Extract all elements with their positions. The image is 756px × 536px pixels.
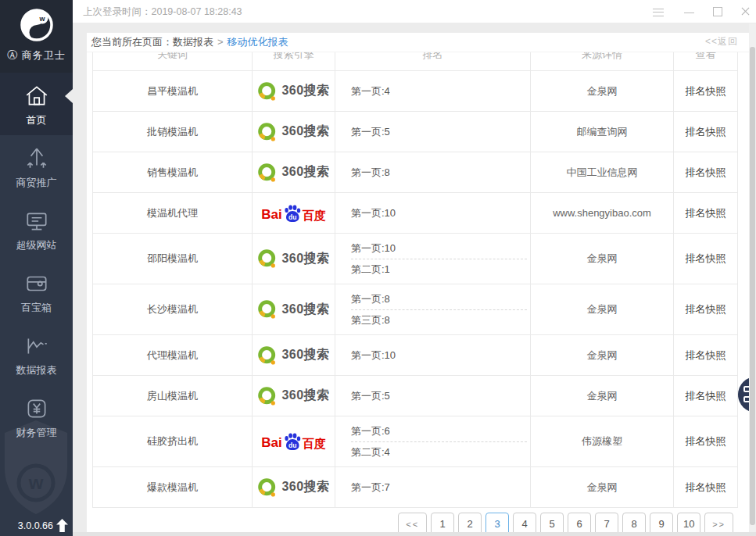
keyword-cell: 批销模温机 [93, 112, 253, 152]
keyword-cell: 长沙模温机 [93, 284, 253, 335]
engine-logo-360: 360搜索 [257, 345, 329, 366]
rank-cell: 第一页:5 [335, 376, 531, 416]
baidu-bai-text: Bai [261, 435, 281, 451]
promotion-arrows-icon [23, 145, 50, 172]
chart-report-icon [23, 333, 50, 359]
view-cell: 排名快照 [674, 152, 738, 193]
table-row: 爆款模温机360搜索第一页:7金泉网排名快照 [93, 467, 738, 508]
vertical-scrollbar [749, 23, 756, 536]
svg-text:du: du [288, 213, 296, 220]
keyword-cell: 代理模温机 [93, 335, 253, 376]
app-window: w Ⓐ 商务卫士 首页 商贸推广 超级网站 [0, 0, 756, 536]
keyword-cell: 房山模温机 [93, 376, 253, 416]
source-cell: 伟源橡塑 [531, 416, 674, 467]
update-arrow-icon[interactable] [56, 519, 68, 532]
breadcrumb-section: 数据报表 [173, 36, 213, 48]
engine-cell: 360搜索 [253, 284, 335, 335]
view-snapshot-link[interactable]: 排名快照 [686, 390, 726, 402]
yinyang-logo-icon: w [19, 7, 55, 43]
version-bar: 3.0.0.66 [18, 519, 68, 532]
menu-icon[interactable] [648, 0, 668, 23]
source-cell: www.shengyibao.com [531, 193, 674, 234]
rank-cell: 第一页:7 [335, 467, 531, 508]
source-text: 金泉网 [587, 390, 618, 402]
header-view: 查看 [674, 52, 738, 71]
brand-block: w Ⓐ 商务卫士 [0, 0, 73, 73]
source-text: 金泉网 [587, 85, 618, 97]
header-rank: 排名 [335, 52, 531, 71]
table-row: 房山模温机360搜索第一页:5金泉网排名快照 [93, 376, 738, 416]
table-header-row: 关键词 搜索引擎 排名 来源详情 查看 [93, 52, 738, 71]
s360-ring-icon [257, 163, 278, 183]
s360-ring-icon [257, 477, 278, 498]
engine-cell: 360搜索 [253, 112, 335, 152]
view-snapshot-link[interactable]: 排名快照 [686, 303, 726, 315]
view-snapshot-link[interactable]: 排名快照 [686, 207, 726, 219]
engine-logo-360: 360搜索 [257, 477, 329, 498]
rank-value: 第二页:1 [351, 261, 530, 278]
sidebar-item-label: 百宝箱 [0, 301, 73, 315]
content-area: 您当前所在页面：数据报表>移动优化报表 <<返回 关键词 搜索引擎 排名 来源详… [73, 23, 756, 536]
table-row: 批销模温机360搜索第一页:5邮编查询网排名快照 [93, 112, 738, 152]
sidebar-item-toolbox[interactable]: 百宝箱 [0, 260, 73, 323]
breadcrumb-current-link[interactable]: 移动优化报表 [228, 36, 288, 48]
rank-value: 第一页:10 [351, 240, 530, 257]
table-body: 昌平模温机360搜索第一页:4金泉网排名快照批销模温机360搜索第一页:5邮编查… [93, 71, 738, 508]
table-row: 硅胶挤出机Baidu百度第一页:6第二页:4伟源橡塑排名快照 [93, 416, 738, 467]
scrollbar-thumb[interactable] [750, 47, 755, 525]
view-snapshot-link[interactable]: 排名快照 [686, 252, 726, 264]
rank-divider [351, 441, 527, 442]
view-cell: 排名快照 [674, 416, 738, 467]
breadcrumb: 您当前所在页面：数据报表>移动优化报表 <<返回 [87, 33, 749, 52]
source-text: 伟源橡塑 [582, 435, 622, 447]
source-cell: 金泉网 [531, 71, 674, 112]
rank-value: 第一页:6 [351, 423, 530, 440]
table-row: 销售模温机360搜索第一页:8中国工业信息网排名快照 [93, 152, 738, 193]
view-snapshot-link[interactable]: 排名快照 [686, 349, 726, 361]
view-cell: 排名快照 [674, 112, 738, 152]
report-panel: 您当前所在页面：数据报表>移动优化报表 <<返回 关键词 搜索引擎 排名 来源详… [87, 33, 749, 536]
view-snapshot-link[interactable]: 排名快照 [686, 435, 726, 447]
engine-label: 360搜索 [281, 251, 329, 267]
view-cell: 排名快照 [674, 234, 738, 284]
maximize-icon[interactable] [708, 0, 728, 23]
header-engine: 搜索引擎 [253, 52, 335, 71]
header-source: 来源详情 [531, 52, 674, 71]
engine-logo-360: 360搜索 [257, 81, 329, 102]
sidebar-item-report[interactable]: 数据报表 [0, 323, 73, 385]
view-snapshot-link[interactable]: 排名快照 [686, 126, 726, 138]
minimize-icon[interactable] [679, 0, 699, 23]
source-cell: 金泉网 [531, 284, 674, 335]
toolbox-icon [23, 270, 50, 297]
sidebar-item-trade[interactable]: 商贸推广 [0, 135, 73, 198]
keyword-cell: 邵阳模温机 [93, 234, 253, 284]
engine-label: 360搜索 [281, 83, 329, 99]
back-link[interactable]: <<返回 [705, 33, 738, 51]
engine-cell: Baidu百度 [253, 416, 335, 467]
sidebar-item-website[interactable]: 超级网站 [0, 198, 73, 260]
engine-label: 360搜索 [281, 347, 329, 363]
source-text: 金泉网 [587, 252, 618, 264]
engine-cell: 360搜索 [253, 152, 335, 193]
engine-cell: 360搜索 [253, 234, 335, 284]
table-viewport: 关键词 搜索引擎 排名 来源详情 查看 昌平模温机360搜索第一页:4金泉网排名… [87, 52, 749, 536]
rank-value: 第一页:10 [351, 205, 530, 222]
monitor-icon [23, 208, 50, 234]
view-snapshot-link[interactable]: 排名快照 [686, 85, 726, 97]
sidebar-item-home[interactable]: 首页 [0, 73, 73, 135]
breadcrumb-separator: > [217, 36, 224, 48]
rank-cell: 第一页:10 [335, 193, 531, 234]
rank-cell: 第一页:10 [335, 335, 531, 376]
view-snapshot-link[interactable]: 排名快照 [686, 166, 726, 178]
engine-logo-360: 360搜索 [257, 163, 329, 183]
s360-ring-icon [257, 81, 278, 102]
engine-cell: 360搜索 [253, 335, 335, 376]
s360-ring-icon [257, 248, 278, 269]
source-cell: 邮编查询网 [531, 112, 674, 152]
brand-name: Ⓐ 商务卫士 [0, 48, 73, 63]
rank-cell: 第一页:8 [335, 152, 531, 193]
view-snapshot-link[interactable]: 排名快照 [686, 481, 726, 493]
keyword-cell: 硅胶挤出机 [93, 416, 253, 467]
bottom-edge-strip [73, 532, 756, 536]
close-icon[interactable] [734, 0, 754, 23]
